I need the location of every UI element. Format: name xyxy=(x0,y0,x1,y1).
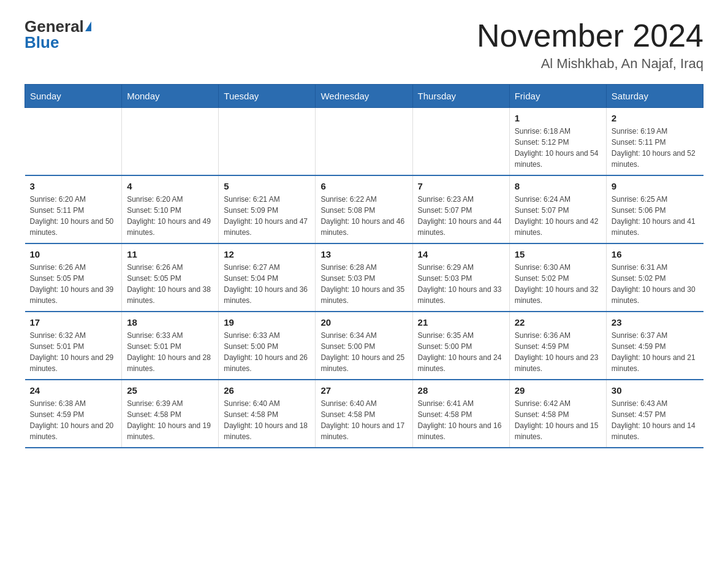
day-info: Sunrise: 6:19 AM Sunset: 5:11 PM Dayligh… xyxy=(612,126,699,170)
logo-general-text: General xyxy=(25,18,84,34)
day-info: Sunrise: 6:20 AM Sunset: 5:10 PM Dayligh… xyxy=(127,194,213,238)
day-info: Sunrise: 6:33 AM Sunset: 5:00 PM Dayligh… xyxy=(224,330,310,374)
day-info: Sunrise: 6:42 AM Sunset: 4:58 PM Dayligh… xyxy=(515,398,601,442)
day-number: 18 xyxy=(127,317,213,327)
weekday-header-saturday: Saturday xyxy=(606,85,703,108)
calendar-cell xyxy=(122,108,219,176)
day-info: Sunrise: 6:20 AM Sunset: 5:11 PM Dayligh… xyxy=(30,194,117,238)
day-number: 11 xyxy=(127,249,213,259)
calendar-cell: 1Sunrise: 6:18 AM Sunset: 5:12 PM Daylig… xyxy=(509,108,606,176)
day-number: 9 xyxy=(612,181,699,191)
calendar-cell: 7Sunrise: 6:23 AM Sunset: 5:07 PM Daylig… xyxy=(412,175,509,243)
day-number: 19 xyxy=(224,317,310,327)
day-number: 17 xyxy=(30,317,117,327)
day-number: 5 xyxy=(224,181,310,191)
calendar-cell: 12Sunrise: 6:27 AM Sunset: 5:04 PM Dayli… xyxy=(219,243,316,312)
day-info: Sunrise: 6:38 AM Sunset: 4:59 PM Dayligh… xyxy=(30,398,117,442)
calendar-cell: 17Sunrise: 6:32 AM Sunset: 5:01 PM Dayli… xyxy=(25,312,122,380)
calendar-cell: 13Sunrise: 6:28 AM Sunset: 5:03 PM Dayli… xyxy=(316,243,412,312)
calendar-cell: 26Sunrise: 6:40 AM Sunset: 4:58 PM Dayli… xyxy=(219,380,316,448)
week-row-2: 3Sunrise: 6:20 AM Sunset: 5:11 PM Daylig… xyxy=(25,175,703,243)
day-number: 25 xyxy=(127,385,213,396)
weekday-header-wednesday: Wednesday xyxy=(316,85,412,108)
week-row-5: 24Sunrise: 6:38 AM Sunset: 4:59 PM Dayli… xyxy=(25,380,703,448)
calendar-cell: 20Sunrise: 6:34 AM Sunset: 5:00 PM Dayli… xyxy=(316,312,412,380)
calendar-cell: 30Sunrise: 6:43 AM Sunset: 4:57 PM Dayli… xyxy=(606,380,703,448)
calendar-cell: 25Sunrise: 6:39 AM Sunset: 4:58 PM Dayli… xyxy=(122,380,219,448)
calendar-cell xyxy=(316,108,412,176)
calendar-cell: 10Sunrise: 6:26 AM Sunset: 5:05 PM Dayli… xyxy=(25,243,122,312)
day-number: 29 xyxy=(515,385,601,396)
day-info: Sunrise: 6:41 AM Sunset: 4:58 PM Dayligh… xyxy=(418,398,504,442)
logo: General Blue xyxy=(25,18,91,50)
day-info: Sunrise: 6:27 AM Sunset: 5:04 PM Dayligh… xyxy=(224,262,310,306)
day-info: Sunrise: 6:31 AM Sunset: 5:02 PM Dayligh… xyxy=(612,262,699,306)
day-number: 20 xyxy=(320,317,407,327)
day-number: 28 xyxy=(418,385,504,396)
calendar-cell: 15Sunrise: 6:30 AM Sunset: 5:02 PM Dayli… xyxy=(509,243,606,312)
weekday-header-tuesday: Tuesday xyxy=(219,85,316,108)
day-info: Sunrise: 6:24 AM Sunset: 5:07 PM Dayligh… xyxy=(515,194,601,238)
day-info: Sunrise: 6:32 AM Sunset: 5:01 PM Dayligh… xyxy=(30,330,117,374)
day-info: Sunrise: 6:40 AM Sunset: 4:58 PM Dayligh… xyxy=(320,398,407,442)
calendar-cell: 28Sunrise: 6:41 AM Sunset: 4:58 PM Dayli… xyxy=(412,380,509,448)
day-number: 10 xyxy=(30,249,117,259)
calendar-cell: 29Sunrise: 6:42 AM Sunset: 4:58 PM Dayli… xyxy=(509,380,606,448)
day-number: 26 xyxy=(224,385,310,396)
calendar-cell: 16Sunrise: 6:31 AM Sunset: 5:02 PM Dayli… xyxy=(606,243,703,312)
day-number: 12 xyxy=(224,249,310,259)
calendar-cell: 9Sunrise: 6:25 AM Sunset: 5:06 PM Daylig… xyxy=(606,175,703,243)
day-info: Sunrise: 6:36 AM Sunset: 4:59 PM Dayligh… xyxy=(515,330,601,374)
day-number: 27 xyxy=(320,385,407,396)
weekday-header-row: SundayMondayTuesdayWednesdayThursdayFrid… xyxy=(25,85,703,108)
page-header: General Blue November 2024 Al Mishkhab, … xyxy=(25,18,703,72)
weekday-header-thursday: Thursday xyxy=(412,85,509,108)
day-info: Sunrise: 6:35 AM Sunset: 5:00 PM Dayligh… xyxy=(418,330,504,374)
weekday-header-sunday: Sunday xyxy=(25,85,122,108)
day-info: Sunrise: 6:34 AM Sunset: 5:00 PM Dayligh… xyxy=(320,330,407,374)
day-number: 8 xyxy=(515,181,601,191)
calendar-cell: 18Sunrise: 6:33 AM Sunset: 5:01 PM Dayli… xyxy=(122,312,219,380)
weekday-header-friday: Friday xyxy=(509,85,606,108)
day-info: Sunrise: 6:29 AM Sunset: 5:03 PM Dayligh… xyxy=(418,262,504,306)
day-info: Sunrise: 6:33 AM Sunset: 5:01 PM Dayligh… xyxy=(127,330,213,374)
week-row-4: 17Sunrise: 6:32 AM Sunset: 5:01 PM Dayli… xyxy=(25,312,703,380)
calendar-subtitle: Al Mishkhab, An Najaf, Iraq xyxy=(477,56,703,72)
calendar-title: November 2024 xyxy=(477,18,703,53)
day-info: Sunrise: 6:40 AM Sunset: 4:58 PM Dayligh… xyxy=(224,398,310,442)
day-info: Sunrise: 6:39 AM Sunset: 4:58 PM Dayligh… xyxy=(127,398,213,442)
day-number: 16 xyxy=(612,249,699,259)
day-number: 15 xyxy=(515,249,601,259)
title-section: November 2024 Al Mishkhab, An Najaf, Ira… xyxy=(477,18,703,72)
day-info: Sunrise: 6:18 AM Sunset: 5:12 PM Dayligh… xyxy=(515,126,601,170)
calendar-cell: 22Sunrise: 6:36 AM Sunset: 4:59 PM Dayli… xyxy=(509,312,606,380)
calendar-cell: 2Sunrise: 6:19 AM Sunset: 5:11 PM Daylig… xyxy=(606,108,703,176)
calendar-cell: 6Sunrise: 6:22 AM Sunset: 5:08 PM Daylig… xyxy=(316,175,412,243)
calendar-cell: 3Sunrise: 6:20 AM Sunset: 5:11 PM Daylig… xyxy=(25,175,122,243)
calendar-cell: 8Sunrise: 6:24 AM Sunset: 5:07 PM Daylig… xyxy=(509,175,606,243)
logo-blue-text: Blue xyxy=(25,34,59,50)
day-info: Sunrise: 6:21 AM Sunset: 5:09 PM Dayligh… xyxy=(224,194,310,238)
calendar-cell: 4Sunrise: 6:20 AM Sunset: 5:10 PM Daylig… xyxy=(122,175,219,243)
calendar-cell: 5Sunrise: 6:21 AM Sunset: 5:09 PM Daylig… xyxy=(219,175,316,243)
calendar-cell: 27Sunrise: 6:40 AM Sunset: 4:58 PM Dayli… xyxy=(316,380,412,448)
logo-triangle-icon xyxy=(85,21,91,31)
day-info: Sunrise: 6:26 AM Sunset: 5:05 PM Dayligh… xyxy=(30,262,117,306)
calendar-cell xyxy=(219,108,316,176)
calendar-table: SundayMondayTuesdayWednesdayThursdayFrid… xyxy=(25,84,703,448)
day-number: 14 xyxy=(418,249,504,259)
calendar-cell: 24Sunrise: 6:38 AM Sunset: 4:59 PM Dayli… xyxy=(25,380,122,448)
day-number: 13 xyxy=(320,249,407,259)
calendar-cell: 11Sunrise: 6:26 AM Sunset: 5:05 PM Dayli… xyxy=(122,243,219,312)
day-info: Sunrise: 6:23 AM Sunset: 5:07 PM Dayligh… xyxy=(418,194,504,238)
day-info: Sunrise: 6:28 AM Sunset: 5:03 PM Dayligh… xyxy=(320,262,407,306)
day-info: Sunrise: 6:30 AM Sunset: 5:02 PM Dayligh… xyxy=(515,262,601,306)
day-number: 22 xyxy=(515,317,601,327)
calendar-cell xyxy=(412,108,509,176)
calendar-cell: 21Sunrise: 6:35 AM Sunset: 5:00 PM Dayli… xyxy=(412,312,509,380)
day-number: 6 xyxy=(320,181,407,191)
day-number: 2 xyxy=(612,113,699,123)
day-number: 1 xyxy=(515,113,601,123)
week-row-1: 1Sunrise: 6:18 AM Sunset: 5:12 PM Daylig… xyxy=(25,108,703,176)
day-number: 7 xyxy=(418,181,504,191)
